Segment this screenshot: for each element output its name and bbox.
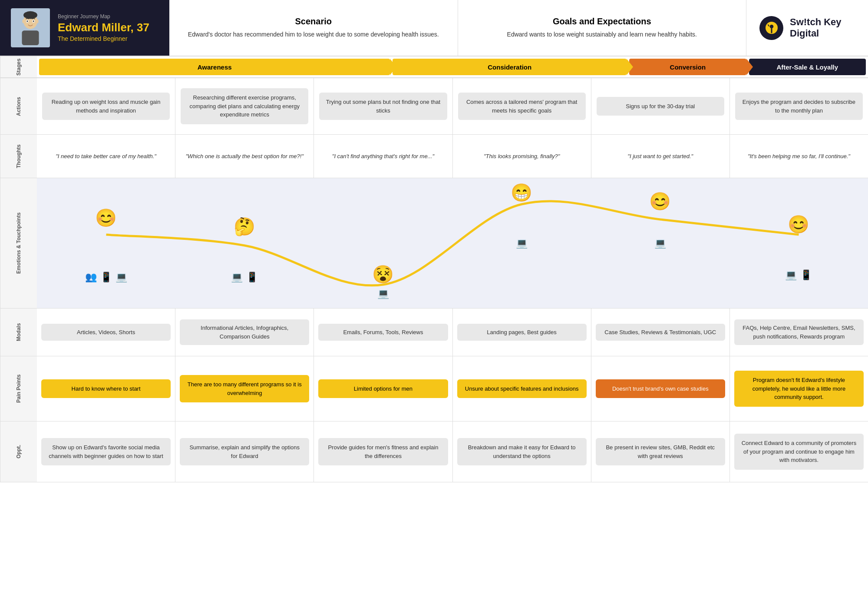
emoji-3: 😵 bbox=[372, 264, 394, 285]
pain-box-4: Unsure about specific features and inclu… bbox=[457, 379, 587, 398]
persona-name: Edward Miller, 37 bbox=[58, 21, 149, 34]
thoughts-label: Thoughts bbox=[0, 135, 37, 178]
emotion-col-6: 😊 💻 📱 bbox=[729, 178, 868, 308]
tablet-icon-6: 📱 bbox=[800, 269, 812, 281]
modal-cell-4: Landing pages, Best guides bbox=[453, 309, 591, 356]
action-cell-3: Trying out some plans but not finding on… bbox=[314, 78, 452, 134]
modal-cell-6: FAQs, Help Centre, Email Newsletters, SM… bbox=[730, 309, 868, 356]
pain-content: Hard to know where to start There are to… bbox=[37, 356, 868, 421]
oppt-cell-6: Connect Edward to a community of promote… bbox=[730, 422, 868, 482]
oppt-cell-2: Summarise, explain and simplify the opti… bbox=[175, 422, 314, 482]
emoji-6: 😊 bbox=[785, 214, 812, 235]
modal-box-2: Informational Articles, Infographics, Co… bbox=[180, 319, 309, 345]
svg-rect-3 bbox=[22, 30, 39, 45]
modals-label: Modals bbox=[0, 309, 37, 356]
thought-cell-6: "It's been helping me so far, I'll conti… bbox=[730, 135, 868, 178]
action-cell-4: Comes across a tailored mens' program th… bbox=[453, 78, 591, 134]
modals-row: Modals Articles, Videos, Shorts Informat… bbox=[0, 309, 868, 356]
goals-text: Edward wants to lose weight sustainably … bbox=[471, 30, 733, 39]
oppt-cell-4: Breakdown and make it easy for Edward to… bbox=[453, 422, 591, 482]
emotion-col-1: 😊 👥 📱 💻 bbox=[37, 178, 175, 308]
oppt-box-4: Breakdown and make it easy for Edward to… bbox=[457, 438, 587, 465]
emotions-row: Emotions & Touchpoints 😊 👥 📱 💻 bbox=[0, 178, 868, 309]
svg-point-9 bbox=[36, 19, 38, 23]
laptop-icon-2: 💻 bbox=[231, 272, 243, 283]
thought-text-3: "I can't find anything that's right for … bbox=[332, 152, 434, 161]
action-cell-5: Signs up for the 30-day trial bbox=[591, 78, 730, 134]
oppt-row: Oppt. Show up on Edward's favorite socia… bbox=[0, 422, 868, 482]
persona-label: Beginner Journey Map bbox=[58, 13, 149, 20]
action-cell-6: Enjoys the program and decides to subscr… bbox=[730, 78, 868, 134]
action-box-2: Researching different exercise programs,… bbox=[181, 88, 308, 124]
thought-text-5: "I just want to get started." bbox=[627, 152, 693, 161]
modal-box-6: FAQs, Help Centre, Email Newsletters, SM… bbox=[734, 319, 864, 345]
thought-text-1: "I need to take better care of my health… bbox=[56, 152, 156, 161]
pain-box-5: Doesn't trust brand's own case studies bbox=[596, 379, 725, 398]
thought-cell-3: "I can't find anything that's right for … bbox=[314, 135, 452, 178]
thought-text-2: "Which one is actually the best option f… bbox=[185, 152, 304, 161]
action-cell-2: Researching different exercise programs,… bbox=[175, 78, 314, 134]
persona-info: Beginner Journey Map Edward Miller, 37 T… bbox=[58, 13, 149, 43]
emoji-5: 😊 bbox=[649, 191, 671, 212]
oppt-cell-5: Be present in review sites, GMB, Reddit … bbox=[591, 422, 730, 482]
oppt-box-5: Be present in review sites, GMB, Reddit … bbox=[596, 438, 725, 465]
pain-box-3: Limited options for men bbox=[318, 379, 448, 398]
action-box-1: Reading up on weight loss and muscle gai… bbox=[42, 93, 170, 120]
stage-consideration: Consideration bbox=[393, 59, 627, 75]
emotions-content: 😊 👥 📱 💻 🤔 💻 📱 bbox=[37, 178, 868, 308]
actions-content: Reading up on weight loss and muscle gai… bbox=[37, 78, 868, 134]
devices-2: 💻 📱 bbox=[231, 272, 258, 283]
pain-cell-4: Unsure about specific features and inclu… bbox=[453, 356, 591, 421]
scenario-title: Scenario bbox=[182, 17, 445, 27]
thought-text-6: "It's been helping me so far, I'll conti… bbox=[748, 152, 850, 161]
stages-bar: Stages Awareness Consideration Conversio… bbox=[0, 56, 868, 78]
pain-label: Pain Points bbox=[0, 356, 37, 421]
pain-cell-6: Program doesn't fit Edward's lifestyle c… bbox=[730, 356, 868, 421]
actions-row: Actions Reading up on weight loss and mu… bbox=[0, 78, 868, 135]
action-cell-1: Reading up on weight loss and muscle gai… bbox=[37, 78, 175, 134]
brand-section: Sw!tch KeyDigital bbox=[746, 0, 868, 56]
oppt-cell-3: Provide guides for men's fitness and exp… bbox=[314, 422, 452, 482]
stage-aftersale: After-Sale & Loyally bbox=[749, 59, 866, 75]
pain-cell-2: There are too many different programs so… bbox=[175, 356, 314, 421]
persona-subtitle: The Determined Beginner bbox=[58, 35, 149, 42]
tablet-icon-2: 📱 bbox=[246, 272, 258, 283]
modal-cell-3: Emails, Forums, Tools, Reviews bbox=[314, 309, 452, 356]
emotion-col-4: 😁 💻 bbox=[452, 178, 591, 308]
action-box-4: Comes across a tailored mens' program th… bbox=[458, 93, 586, 120]
scenario-text: Edward's doctor has recommended him to l… bbox=[182, 30, 445, 39]
stage-awareness: Awareness bbox=[39, 59, 390, 75]
emotion-col-3: 😵 💻 bbox=[314, 178, 452, 308]
stages-label: Stages bbox=[0, 56, 37, 77]
pain-cell-5: Doesn't trust brand's own case studies bbox=[591, 356, 730, 421]
modal-cell-1: Articles, Videos, Shorts bbox=[37, 309, 175, 356]
modal-cell-5: Case Studies, Reviews & Testimonials, UG… bbox=[591, 309, 730, 356]
devices-6: 💻 📱 bbox=[785, 269, 812, 281]
modals-content: Articles, Videos, Shorts Informational A… bbox=[37, 309, 868, 356]
oppt-cell-1: Show up on Edward's favorite social medi… bbox=[37, 422, 175, 482]
laptop-icon-6: 💻 bbox=[785, 269, 797, 281]
modal-box-5: Case Studies, Reviews & Testimonials, UG… bbox=[596, 324, 725, 341]
tablet-icon-1: 📱 bbox=[100, 272, 112, 283]
emoji-2: 🤔 bbox=[231, 216, 258, 237]
devices-1: 👥 📱 💻 bbox=[85, 272, 127, 283]
devices-3: 💻 bbox=[377, 288, 389, 299]
stage-conversion: Conversion bbox=[629, 59, 746, 75]
people-icon: 👥 bbox=[85, 272, 97, 283]
brand-icon bbox=[759, 16, 783, 40]
oppt-box-3: Provide guides for men's fitness and exp… bbox=[318, 438, 448, 465]
emotion-col-5: 😊 💻 bbox=[591, 178, 729, 308]
pain-box-1: Hard to know where to start bbox=[41, 379, 171, 398]
oppt-label: Oppt. bbox=[0, 422, 37, 482]
modal-box-3: Emails, Forums, Tools, Reviews bbox=[318, 324, 448, 341]
modal-box-4: Landing pages, Best guides bbox=[457, 324, 587, 341]
stages-content: Awareness Consideration Conversion After… bbox=[37, 56, 868, 77]
laptop-icon-5: 💻 bbox=[654, 238, 666, 249]
svg-point-2 bbox=[23, 11, 37, 19]
thought-cell-2: "Which one is actually the best option f… bbox=[175, 135, 314, 178]
action-box-5: Signs up for the 30-day trial bbox=[597, 97, 724, 116]
emoji-1: 😊 bbox=[85, 208, 127, 228]
thoughts-row: Thoughts "I need to take better care of … bbox=[0, 135, 868, 178]
emotions-label: Emotions & Touchpoints bbox=[0, 178, 37, 308]
page: Beginner Journey Map Edward Miller, 37 T… bbox=[0, 0, 868, 482]
